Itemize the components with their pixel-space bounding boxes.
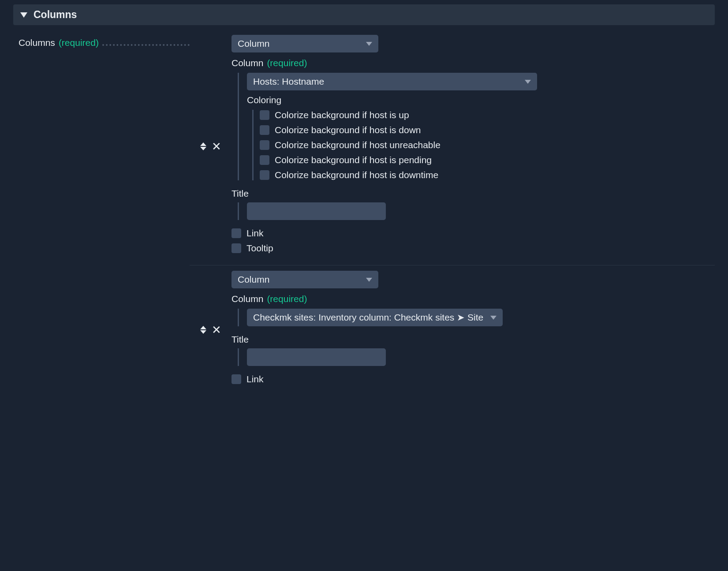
title-input[interactable] [247,348,386,366]
select-value: Column [238,274,269,285]
coloring-label: Colorize background if host unreachable [275,140,441,150]
title-heading: Title [231,188,688,199]
row-label: Columns (required) [13,35,190,48]
caret-down-icon [366,278,372,282]
coloring-checkbox-up[interactable] [260,110,269,120]
link-label: Link [246,374,264,384]
title-heading: Title [231,334,688,345]
link-checkbox[interactable] [231,374,241,384]
field-label: Column [231,58,263,68]
column-select[interactable]: Checkmk sites: Inventory column: Checkmk… [247,309,503,326]
link-label: Link [246,228,264,239]
section-header-columns[interactable]: Columns [13,4,715,25]
column-item: ✕ Column Column (required) Checkmk sites… [190,271,715,396]
required-marker: (required) [267,58,307,68]
title-input[interactable] [247,202,386,220]
select-value: Column [238,38,269,49]
reorder-handle[interactable] [200,142,206,150]
column-select[interactable]: Hosts: Hostname [247,73,537,90]
coloring-checkbox-unreachable[interactable] [260,140,269,150]
field-label: Column [231,294,263,304]
dotted-leader [102,37,190,46]
link-checkbox[interactable] [231,228,241,238]
chevron-down-icon [200,147,206,150]
select-value: Hosts: Hostname [253,76,324,87]
tooltip-checkbox[interactable] [231,243,241,253]
caret-down-icon [20,12,27,18]
remove-icon[interactable]: ✕ [212,324,221,336]
section-title: Columns [34,9,77,21]
chevron-up-icon [200,326,206,329]
tooltip-label: Tooltip [246,243,273,254]
column-type-select[interactable]: Column [231,271,378,288]
reorder-handle[interactable] [200,326,206,334]
row-label-text: Columns [19,37,55,48]
chevron-up-icon [200,142,206,146]
select-value: Checkmk sites: Inventory column: Checkmk… [253,312,483,323]
coloring-checkbox-pending[interactable] [260,155,269,165]
coloring-heading: Coloring [247,95,688,105]
coloring-label: Colorize background if host is up [275,110,409,120]
required-marker: (required) [59,37,99,48]
caret-down-icon [490,316,497,320]
remove-icon[interactable]: ✕ [212,141,221,152]
coloring-checkbox-down[interactable] [260,125,269,135]
chevron-down-icon [200,330,206,334]
caret-down-icon [366,42,372,46]
coloring-label: Colorize background if host is down [275,125,421,135]
column-type-select[interactable]: Column [231,35,378,52]
coloring-label: Colorize background if host is downtime [275,170,438,180]
coloring-checkbox-downtime[interactable] [260,170,269,180]
column-item: ✕ Column Column (required) Hosts: Hostna… [190,35,715,265]
caret-down-icon [525,80,531,84]
required-marker: (required) [267,294,307,304]
coloring-label: Colorize background if host is pending [275,155,432,165]
